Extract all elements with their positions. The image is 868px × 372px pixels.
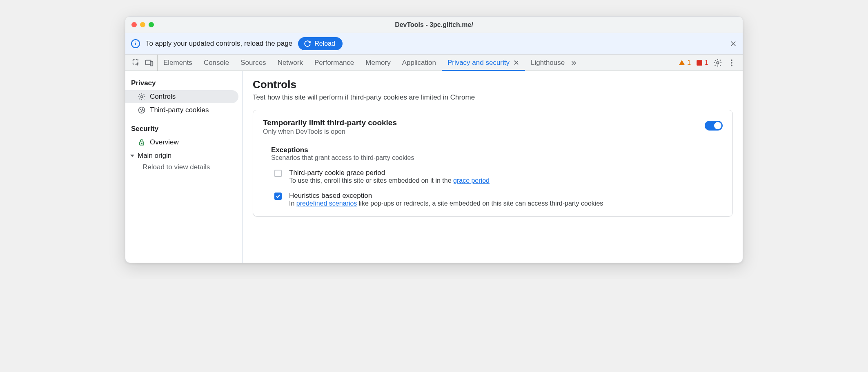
sidebar-item-overview[interactable]: Overview	[125, 136, 238, 149]
tab-application[interactable]: Application	[396, 55, 442, 71]
reload-infobar: i To apply your updated controls, reload…	[125, 33, 743, 55]
gear-icon	[138, 93, 146, 101]
sidebar-item-controls[interactable]: Controls	[125, 90, 238, 103]
lock-icon	[138, 138, 146, 146]
exception-label: Third-party cookie grace period	[289, 169, 490, 177]
page-title: Controls	[253, 78, 733, 91]
tab-sources[interactable]: Sources	[235, 55, 272, 71]
exceptions-title: Exceptions	[271, 146, 723, 154]
tab-memory[interactable]: Memory	[360, 55, 396, 71]
card-subtitle: Only when DevTools is open	[263, 128, 397, 135]
traffic-lights	[125, 22, 154, 27]
exceptions-subtitle: Scenarios that grant access to third-par…	[271, 154, 723, 162]
svg-point-13	[143, 111, 144, 111]
checkmark-icon	[276, 194, 280, 199]
errors-count: 1	[705, 59, 708, 66]
error-flag-icon	[696, 59, 703, 66]
tab-performance[interactable]: Performance	[309, 55, 360, 71]
svg-point-7	[731, 64, 732, 66]
exception-description: To use this, enroll this site or sites e…	[289, 177, 490, 184]
svg-point-12	[141, 111, 142, 112]
warning-triangle-icon	[678, 59, 685, 66]
sidebar-item-label: Third-party cookies	[150, 106, 209, 114]
reload-button-label: Reload	[314, 40, 335, 47]
kebab-menu-icon[interactable]	[727, 58, 736, 67]
warnings-indicator[interactable]: 1	[678, 59, 691, 66]
panel-body: Privacy Controls Third-party cookies	[125, 71, 743, 263]
tabs: Elements Console Sources Network Perform…	[158, 55, 577, 71]
window-title: DevTools - 3pc.glitch.me/	[125, 21, 743, 29]
exceptions-section: Exceptions Scenarios that grant access t…	[263, 146, 723, 207]
sidebar-item-label: Main origin	[138, 152, 171, 160]
close-icon[interactable]	[730, 40, 737, 47]
exception-description: In predefined scenarios like pop-ups or …	[289, 200, 603, 207]
svg-rect-3	[697, 60, 702, 66]
cookie-icon	[138, 106, 146, 114]
devtools-window: DevTools - 3pc.glitch.me/ i To apply you…	[125, 16, 743, 263]
tab-close-icon[interactable]: ✕	[513, 58, 519, 67]
exception-label: Heuristics based exception	[289, 192, 603, 200]
exception-heuristics: Heuristics based exception In predefined…	[271, 192, 723, 207]
heuristics-checkbox[interactable]	[274, 193, 282, 200]
exception-grace-period: Third-party cookie grace period To use t…	[271, 169, 723, 184]
device-toolbar-icon[interactable]	[145, 58, 154, 67]
sidebar-reload-hint: Reload to view details	[125, 161, 243, 174]
errors-indicator[interactable]: 1	[696, 59, 708, 66]
minimize-window-button[interactable]	[140, 22, 145, 27]
tab-network[interactable]: Network	[272, 55, 309, 71]
tab-lighthouse[interactable]: Lighthouse	[525, 55, 570, 71]
tab-console[interactable]: Console	[198, 55, 235, 71]
reload-button[interactable]: Reload	[298, 37, 343, 50]
limit-cookies-toggle[interactable]	[705, 121, 723, 131]
more-tabs-chevron-icon[interactable]: »	[570, 58, 577, 68]
sidebar-heading-privacy: Privacy	[125, 77, 243, 90]
info-icon: i	[131, 39, 140, 48]
svg-point-9	[139, 107, 145, 113]
grace-period-checkbox[interactable]	[274, 170, 282, 177]
limit-cookies-card: Temporarily limit third-party cookies On…	[253, 110, 733, 217]
tab-elements[interactable]: Elements	[158, 55, 198, 71]
tab-privacy-and-security[interactable]: Privacy and security ✕	[442, 55, 525, 71]
sidebar-item-label: Controls	[150, 93, 176, 101]
fullscreen-window-button[interactable]	[149, 22, 154, 27]
svg-point-4	[717, 62, 719, 64]
svg-point-6	[731, 62, 732, 64]
sidebar: Privacy Controls Third-party cookies	[125, 71, 243, 263]
infobar-message: To apply your updated controls, reload t…	[146, 40, 292, 48]
inspect-element-icon[interactable]	[132, 58, 141, 67]
gear-icon[interactable]	[713, 58, 722, 67]
sidebar-item-label: Overview	[150, 138, 179, 146]
sidebar-item-main-origin[interactable]: Main origin	[125, 149, 243, 161]
warnings-count: 1	[687, 59, 691, 66]
svg-point-11	[142, 109, 143, 110]
svg-point-15	[141, 143, 142, 144]
svg-point-5	[731, 59, 732, 61]
page-subtitle: Test how this site will perform if third…	[253, 93, 733, 102]
sidebar-heading-security: Security	[125, 122, 243, 135]
svg-point-8	[141, 96, 143, 98]
titlebar: DevTools - 3pc.glitch.me/	[125, 17, 743, 33]
predefined-scenarios-link[interactable]: predefined scenarios	[296, 200, 357, 207]
main-panel: Controls Test how this site will perform…	[243, 71, 743, 263]
close-window-button[interactable]	[131, 22, 137, 27]
sidebar-item-third-party-cookies[interactable]: Third-party cookies	[125, 104, 238, 117]
card-title: Temporarily limit third-party cookies	[263, 118, 397, 127]
reload-icon	[304, 40, 311, 47]
caret-down-icon	[130, 155, 134, 157]
tab-strip: Elements Console Sources Network Perform…	[125, 55, 743, 71]
grace-period-link[interactable]: grace period	[453, 177, 490, 184]
svg-point-10	[140, 109, 141, 110]
